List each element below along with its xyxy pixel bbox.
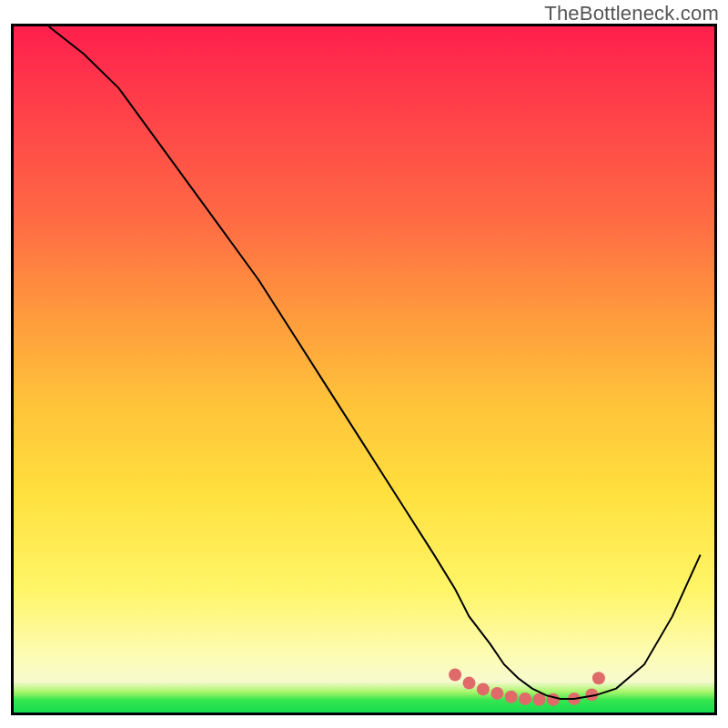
min-marker-dot <box>592 672 605 684</box>
min-marker-dot <box>490 687 503 700</box>
min-marker-dot <box>519 693 531 705</box>
chart-container: TheBottleneck.com <box>0 0 728 728</box>
min-marker-dot <box>463 677 476 690</box>
plot-frame <box>11 24 717 715</box>
curve-layer <box>14 26 714 713</box>
min-marker-dot <box>449 669 461 682</box>
min-marker-dot <box>505 691 518 703</box>
min-marker-dot <box>477 682 490 695</box>
watermark-text: TheBottleneck.com <box>544 2 719 25</box>
min-band-markers <box>449 669 605 706</box>
bottleneck-curve <box>49 26 701 699</box>
